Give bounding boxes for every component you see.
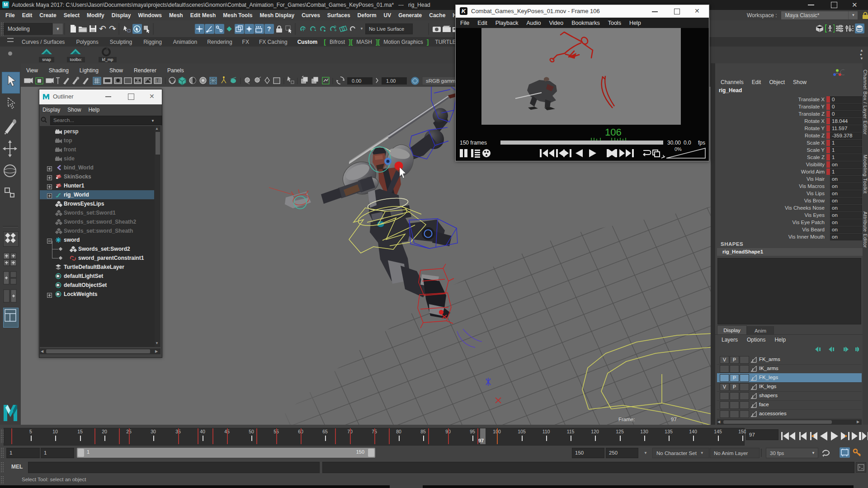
- svg-text:0.0: 0.0: [684, 140, 691, 146]
- svg-text:30.00: 30.00: [667, 140, 681, 146]
- svg-text:150 frames: 150 frames: [460, 140, 487, 146]
- svg-text:106: 106: [605, 127, 622, 138]
- svg-text:0%: 0%: [675, 146, 682, 152]
- svg-text:97: 97: [671, 417, 677, 422]
- svg-text:0.00: 0.00: [352, 78, 361, 84]
- svg-text:fps: fps: [698, 140, 705, 146]
- svg-text:T: T: [156, 78, 159, 83]
- svg-text:1.00: 1.00: [386, 78, 396, 84]
- svg-text:sRGB gamma: sRGB gamma: [426, 78, 459, 84]
- svg-text:Frame:: Frame:: [618, 417, 635, 422]
